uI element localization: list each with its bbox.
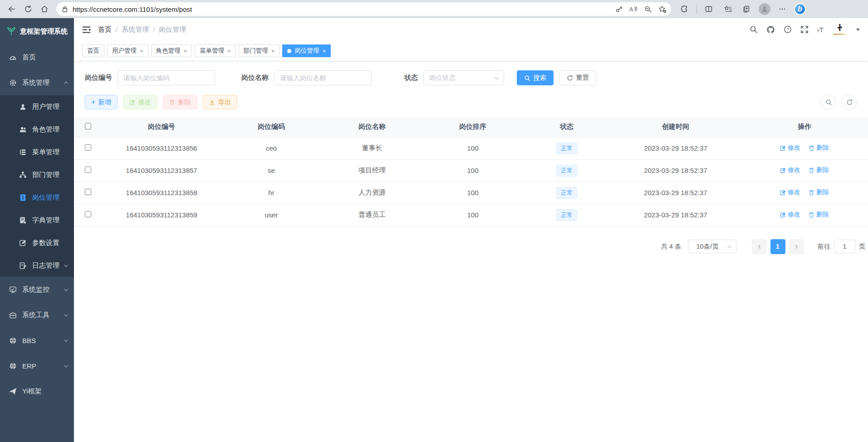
status-select[interactable]: 岗位状态 [423, 70, 504, 85]
row-delete-link[interactable]: 删除 [809, 144, 829, 152]
extensions-icon[interactable] [677, 2, 692, 16]
sidebar-item-param-settings[interactable]: 参数设置 [0, 231, 74, 254]
user-avatar[interactable]: Ꮠ [832, 23, 847, 36]
close-icon[interactable]: × [184, 48, 187, 54]
browser-back-button[interactable] [5, 2, 19, 16]
avatar-dropdown-caret-icon[interactable] [856, 29, 860, 31]
edit-icon [129, 99, 135, 105]
show-search-toggle-button[interactable] [821, 94, 836, 110]
paper-plane-icon [9, 388, 17, 395]
row-delete-link[interactable]: 删除 [809, 166, 829, 174]
url-text[interactable]: https://ccnetcore.com:1101/system/post [73, 5, 615, 13]
sidebar-item-dict-mgmt[interactable]: 字典管理 [0, 209, 74, 231]
search-button[interactable]: 搜索 [517, 70, 554, 85]
close-icon[interactable]: × [227, 48, 231, 54]
fullscreen-icon[interactable] [800, 25, 809, 34]
favorites-bar-icon[interactable] [721, 2, 735, 16]
sidebar-item-monitor[interactable]: 系统监控 [0, 277, 74, 302]
user-icon [19, 103, 27, 111]
bing-chat-icon[interactable]: b [794, 3, 806, 15]
browser-refresh-button[interactable] [21, 2, 35, 16]
password-key-icon[interactable] [615, 5, 623, 13]
edit-icon [780, 190, 786, 196]
collections-icon[interactable] [740, 2, 754, 16]
row-edit-link[interactable]: 修改 [780, 166, 800, 174]
select-all-checkbox[interactable] [85, 123, 91, 129]
goto-page-input[interactable] [834, 240, 855, 253]
cell-post-code: hr [221, 182, 322, 204]
post-name-input[interactable] [274, 70, 372, 85]
next-page-button[interactable] [789, 239, 804, 254]
id-badge-icon [19, 194, 27, 201]
filter-form: 岗位编号 岗位名称 状态 岗位状态 搜索 重置 [74, 61, 868, 85]
browser-home-button[interactable] [37, 2, 52, 16]
cell-post-sort: 100 [422, 137, 523, 159]
tab-role-mgmt[interactable]: 角色管理× [151, 44, 192, 57]
header-search-icon[interactable] [750, 25, 758, 34]
tab-menu-mgmt[interactable]: 菜单管理× [195, 44, 236, 57]
browser-toolbar: https://ccnetcore.com:1101/system/post A… [0, 0, 868, 18]
sidebar-item-user-mgmt[interactable]: 用户管理 [0, 95, 74, 118]
sidebar-item-home[interactable]: 首页 [0, 44, 74, 70]
page-number-button[interactable]: 1 [770, 239, 785, 254]
github-icon[interactable] [766, 25, 775, 34]
edit-button[interactable]: 修改 [123, 95, 157, 109]
zoom-out-icon[interactable] [644, 5, 652, 13]
export-button[interactable]: 导出 [203, 95, 237, 109]
sidebar-item-system[interactable]: 系统管理 [0, 70, 74, 95]
sidebar-item-role-mgmt[interactable]: 角色管理 [0, 118, 74, 141]
sidebar-item-bbs[interactable]: BBS [0, 328, 74, 353]
row-checkbox[interactable] [85, 144, 91, 151]
leaf-logo-icon [6, 27, 16, 36]
row-checkbox[interactable] [85, 189, 91, 195]
sidebar-item-menu-mgmt[interactable]: 菜单管理 [0, 141, 74, 163]
site-lock-icon[interactable] [62, 6, 68, 13]
row-delete-link[interactable]: 删除 [809, 211, 829, 219]
prev-page-button[interactable] [752, 239, 767, 254]
row-edit-link[interactable]: 修改 [780, 211, 800, 219]
sidebar-item-yi-framework[interactable]: Yi框架 [0, 378, 74, 404]
add-button[interactable]: + 新增 [85, 95, 118, 109]
svg-text:A: A [629, 6, 633, 13]
reset-button[interactable]: 重置 [559, 70, 596, 85]
table-row: 1641030593112313858 hr 人力资源 100 正常 2023-… [74, 182, 868, 204]
sidebar-item-post-mgmt[interactable]: 岗位管理 [0, 186, 74, 209]
sidebar-item-tools[interactable]: 系统工具 [0, 302, 74, 328]
split-screen-icon[interactable] [701, 2, 716, 16]
post-code-input[interactable] [118, 70, 215, 85]
font-size-icon[interactable]: тT [817, 26, 824, 34]
delete-button[interactable]: 删除 [163, 95, 197, 109]
breadcrumb-home[interactable]: 首页 [98, 25, 112, 34]
close-icon[interactable]: × [140, 48, 143, 54]
row-edit-link[interactable]: 修改 [780, 188, 800, 196]
tab-user-mgmt[interactable]: 用户管理× [107, 44, 148, 57]
download-icon [209, 99, 215, 105]
row-delete-link[interactable]: 删除 [809, 188, 829, 196]
trash-icon [809, 167, 814, 173]
close-icon[interactable]: × [271, 48, 275, 54]
breadcrumb-level2: 岗位管理 [159, 25, 186, 34]
browser-profile-avatar[interactable] [759, 3, 770, 15]
sidebar-item-erp[interactable]: ERP [0, 353, 74, 378]
sidebar-item-label: 系统监控 [22, 285, 49, 294]
sidebar-item-log-mgmt[interactable]: 日志管理 [0, 254, 74, 277]
add-favorite-icon[interactable] [658, 5, 667, 13]
close-icon[interactable]: × [322, 48, 326, 54]
cell-post-id: 1641030593112313859 [102, 204, 221, 226]
sidebar-item-dept-mgmt[interactable]: 部门管理 [0, 163, 74, 186]
read-aloud-icon[interactable]: A [629, 5, 638, 13]
tab-home[interactable]: 首页 [82, 44, 104, 57]
address-bar[interactable]: https://ccnetcore.com:1101/system/post A [56, 2, 671, 16]
row-edit-link[interactable]: 修改 [780, 144, 800, 152]
cell-post-name: 项目经理 [322, 159, 422, 182]
row-checkbox[interactable] [85, 167, 91, 173]
refresh-table-button[interactable] [842, 94, 857, 110]
app-logo[interactable]: 意框架管理系统 [0, 18, 74, 44]
sidebar-toggle-icon[interactable] [82, 26, 91, 34]
tab-post-mgmt[interactable]: 岗位管理× [282, 44, 331, 57]
browser-menu-icon[interactable] [775, 2, 790, 16]
row-checkbox[interactable] [85, 211, 91, 217]
help-icon[interactable]: ? [784, 25, 792, 34]
tab-dept-mgmt[interactable]: 部门管理× [239, 44, 280, 57]
page-size-select[interactable]: 10条/页 [688, 240, 736, 253]
